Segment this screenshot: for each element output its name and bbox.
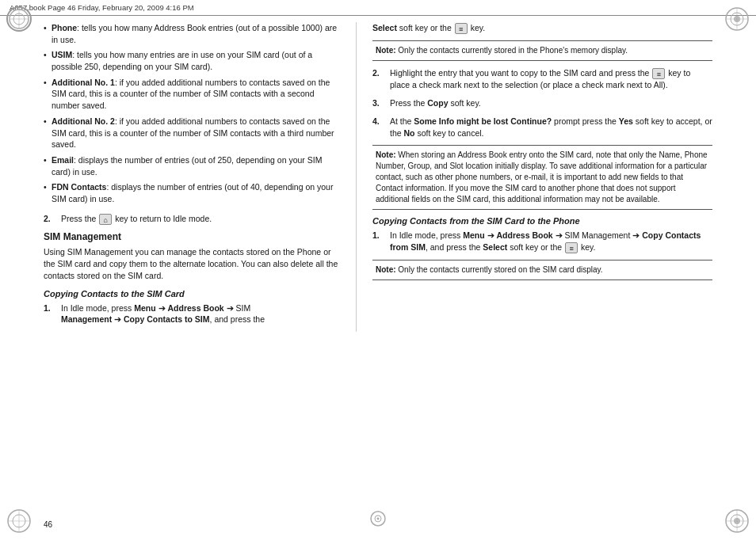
right-step4-prefix: At the xyxy=(390,116,411,126)
term-addno2: Additional No. 2 xyxy=(52,116,115,126)
from-step1-menu: Menu xyxy=(463,230,484,240)
right-step3-content: Press the Copy soft key. xyxy=(390,97,712,109)
right-step4-suffix: soft key to cancel. xyxy=(417,128,483,138)
note3-text: Only the contacts currently stored on th… xyxy=(396,265,603,274)
note-box-1: Note: Only the contacts currently stored… xyxy=(372,40,712,61)
left-step1-suffix: , and press the xyxy=(210,314,265,324)
right-step4-no: No xyxy=(404,128,415,138)
sim-management-heading: SIM Management xyxy=(44,231,340,242)
list-item-usim: USIM: tells you how many entries are in … xyxy=(44,49,340,72)
copy-to-sim-heading: Copying Contacts to the SIM Card xyxy=(44,289,340,299)
term-email-text: : displays the number of entries (out of… xyxy=(52,155,322,177)
right-step3-suffix: soft key. xyxy=(450,98,480,108)
corner-decoration-br xyxy=(724,508,750,534)
term-usim-text: : tells you how many entries are in use … xyxy=(52,50,312,71)
from-step1-num: 1. xyxy=(372,230,387,253)
list-item-addno1: Additional No. 1: if you added additiona… xyxy=(44,77,340,112)
sim-management-para: Using SIM Management you can manage the … xyxy=(44,246,340,283)
corner-decoration-bl xyxy=(6,508,32,534)
page-number: 46 xyxy=(44,520,52,529)
note3-label: Note: xyxy=(376,265,396,274)
from-step1-text: In Idle mode, press xyxy=(390,230,460,240)
left-step1-ab: Address Book xyxy=(167,303,223,313)
term-phone-text: : tells you how many Address Book entrie… xyxy=(52,23,337,44)
note2-text: When storing an Address Book entry onto … xyxy=(376,150,708,203)
note1-text: Only the contacts currently stored in th… xyxy=(396,46,628,55)
right-step4-content: At the Some Info might be lost Continue?… xyxy=(390,116,712,139)
right-step2-num: 2. xyxy=(372,67,387,91)
right-step3: 3. Press the Copy soft key. xyxy=(372,97,712,109)
right-step2-key-icon: ≡ xyxy=(652,68,665,79)
list-item-email: Email: displays the number of entries (o… xyxy=(44,154,340,177)
select-key-suffix: key. xyxy=(471,23,485,32)
from-step1-ab: Address Book xyxy=(496,230,552,240)
left-step1-text: In Idle mode, press xyxy=(61,303,132,313)
home-key-icon: ⌂ xyxy=(99,214,112,225)
content-area: Phone: tells you how many Address Book e… xyxy=(0,16,756,338)
bottom-center-dot xyxy=(369,510,387,529)
feature-list: Phone: tells you how many Address Book e… xyxy=(44,22,340,205)
term-fdn: FDN Contacts xyxy=(52,182,106,192)
left-step1-mgmt: Management xyxy=(61,314,112,324)
from-step1-arrow2: ➔ SIM Management ➔ xyxy=(553,230,643,240)
right-step3-num: 3. xyxy=(372,97,387,109)
list-item-phone: Phone: tells you how many Address Book e… xyxy=(44,22,340,45)
from-select-label: Select xyxy=(483,242,507,252)
left-step2-num: 2. xyxy=(44,213,58,225)
select-label: Select xyxy=(372,23,397,32)
right-step2-content: Highlight the entry that you want to cop… xyxy=(390,67,712,91)
note-box-2: Note: When storing an Address Book entry… xyxy=(372,145,712,210)
svg-point-20 xyxy=(377,518,380,520)
right-step2: 2. Highlight the entry that you want to … xyxy=(372,67,712,91)
corner-decoration-tr xyxy=(724,6,750,32)
header-text: A657.book Page 46 Friday, February 20, 2… xyxy=(10,3,194,12)
left-step2: 2. Press the ⌂ key to return to Idle mod… xyxy=(44,213,340,225)
left-step1: 1. In Idle mode, press Menu ➔ Address Bo… xyxy=(44,302,340,325)
left-column: Phone: tells you how many Address Book e… xyxy=(0,22,357,332)
left-step1-menu: Menu xyxy=(134,303,155,313)
left-step2-suffix: key to return to Idle mode. xyxy=(115,214,212,223)
left-step1-copy: Copy Contacts to SIM xyxy=(124,314,210,324)
note2-label: Note: xyxy=(376,150,396,159)
right-step4: 4. At the Some Info might be lost Contin… xyxy=(372,116,712,139)
right-step4-yes: Yes xyxy=(619,116,633,126)
select-suffix: soft key or the xyxy=(397,23,452,32)
left-step1-arrow2: ➔ SIM xyxy=(224,303,251,313)
from-select-suffix: soft key or the xyxy=(507,242,562,252)
left-step1-num: 1. xyxy=(44,302,58,325)
right-column: Select soft key or the ≡ key. Note: Only… xyxy=(357,22,756,332)
term-phone: Phone xyxy=(52,23,77,32)
from-step1: 1. In Idle mode, press Menu ➔ Address Bo… xyxy=(372,230,712,253)
from-select-key-suffix: key. xyxy=(581,242,595,252)
term-email: Email xyxy=(52,155,74,165)
from-step1-content: In Idle mode, press Menu ➔ Address Book … xyxy=(390,230,712,253)
note1-label: Note: xyxy=(376,46,396,55)
right-step3-text: Press the xyxy=(390,98,425,108)
list-item-addno2: Additional No. 2: if you added additiona… xyxy=(44,116,340,150)
select-key-icon: ≡ xyxy=(455,23,468,34)
header-bar: A657.book Page 46 Friday, February 20, 2… xyxy=(0,0,756,16)
corner-decoration-tl xyxy=(6,6,32,32)
left-step1-arrow1: ➔ xyxy=(156,303,168,313)
copy-from-sim-heading: Copying Contacts from the SIM Card to th… xyxy=(372,216,712,226)
list-item-fdn: FDN Contacts: displays the number of ent… xyxy=(44,181,340,204)
note-box-3: Note: Only the contacts currently stored… xyxy=(372,260,712,280)
term-addno1: Additional No. 1 xyxy=(52,78,115,87)
left-step2-content: Press the ⌂ key to return to Idle mode. xyxy=(61,213,340,225)
right-step4-num: 4. xyxy=(372,116,387,139)
left-step2-text: Press the xyxy=(61,214,96,223)
from-step1-suffix: , and press the xyxy=(426,242,480,252)
right-step4-mid: prompt press the xyxy=(554,116,617,126)
right-step3-copy: Copy xyxy=(427,98,448,108)
left-step1-content: In Idle mode, press Menu ➔ Address Book … xyxy=(61,302,340,325)
left-step1-arrow3: ➔ xyxy=(112,314,124,324)
term-usim: USIM xyxy=(52,50,72,59)
right-select-line: Select soft key or the ≡ key. xyxy=(372,22,712,34)
from-step1-arrow1: ➔ xyxy=(485,230,497,240)
right-step2-text: Highlight the entry that you want to cop… xyxy=(390,68,649,78)
right-step4-bold1: Some Info might be lost Continue? xyxy=(414,116,552,126)
from-select-key-icon: ≡ xyxy=(565,242,578,253)
